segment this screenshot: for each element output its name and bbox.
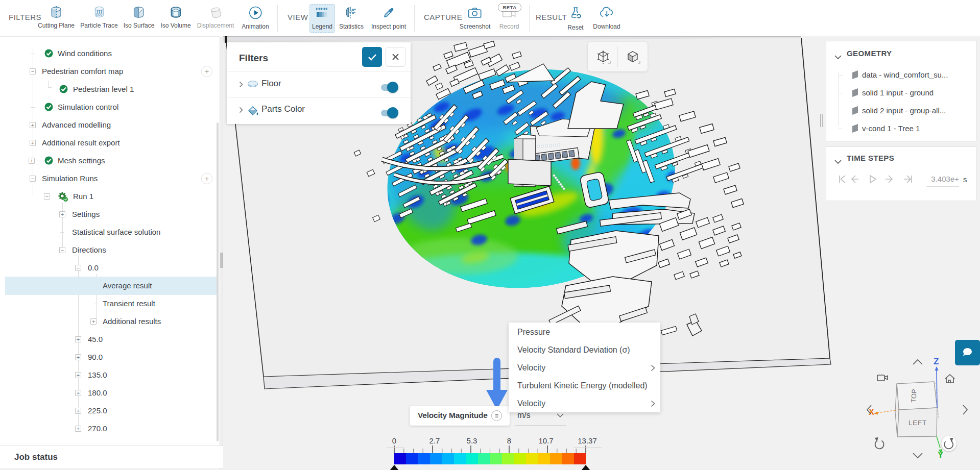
svg-text:Y: Y (938, 450, 944, 460)
svg-text:LEFT: LEFT (909, 419, 927, 427)
svg-text:TOP: TOP (910, 389, 918, 403)
svg-text:Z: Z (934, 357, 939, 366)
